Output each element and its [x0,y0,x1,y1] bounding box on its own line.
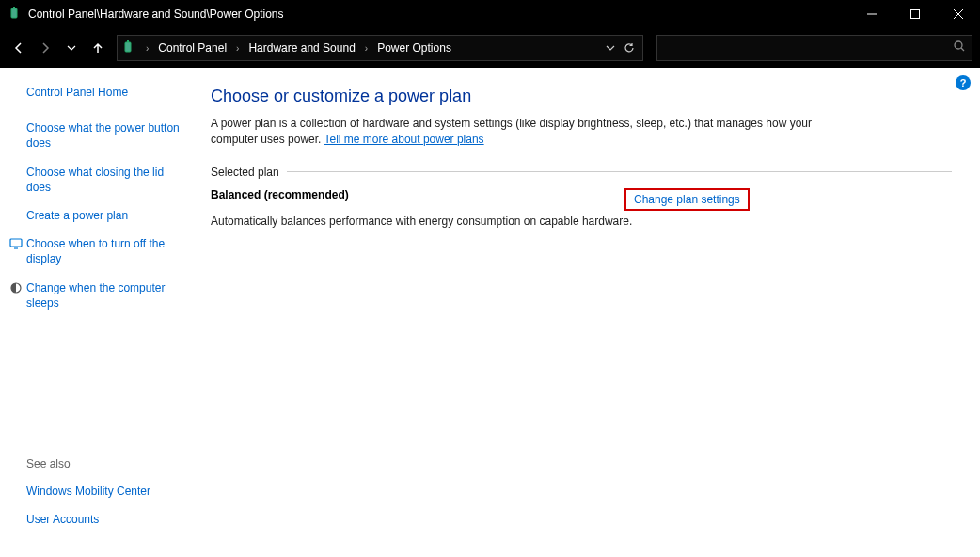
moon-icon [9,281,23,294]
svg-rect-10 [10,239,22,247]
close-button[interactable] [937,0,980,28]
svg-rect-6 [125,42,131,52]
app-icon [8,7,23,22]
see-also-user-accounts[interactable]: User Accounts [26,512,186,527]
plan-header-row: Balanced (recommended) Change plan setti… [211,188,952,211]
window-title: Control Panel\Hardware and Sound\Power O… [28,8,850,21]
monitor-icon [9,237,23,250]
breadcrumb-sep-root: › [146,43,149,54]
breadcrumb-sep: › [236,43,239,54]
sidebar-item-label: Choose when to turn off the display [26,237,165,265]
section-rule [287,171,952,172]
titlebar: Control Panel\Hardware and Sound\Power O… [0,0,980,28]
search-input[interactable] [665,41,945,55]
recent-locations-button[interactable] [60,37,83,59]
search-box[interactable] [656,35,972,61]
see-also-mobility-center[interactable]: Windows Mobility Center [26,484,186,499]
see-also-heading: See also [26,457,190,470]
forward-button[interactable] [34,37,56,59]
page-title: Choose or customize a power plan [211,87,952,106]
refresh-button[interactable] [620,39,639,57]
breadcrumb-item-power-options[interactable]: Power Options [373,40,455,56]
address-icon [121,40,136,56]
desc-text: A power plan is a collection of hardware… [211,117,812,146]
search-icon[interactable] [953,40,966,56]
breadcrumb-sep: › [365,43,368,54]
plan-description: Automatically balances performance with … [211,215,952,228]
help-icon[interactable]: ? [956,75,971,90]
svg-rect-7 [127,40,129,42]
minimize-button[interactable] [850,0,893,28]
sidebar-item-label: Change when the computer sleeps [26,281,165,310]
breadcrumb-item-hardware-sound[interactable]: Hardware and Sound [245,40,358,56]
sidebar-home-link[interactable]: Control Panel Home [26,85,186,100]
main-content: Choose or customize a power plan A power… [198,68,980,557]
section-label-text: Selected plan [211,166,279,179]
change-plan-settings-label: Change plan settings [634,193,740,206]
sidebar-link-create-plan[interactable]: Create a power plan [26,208,186,223]
svg-line-9 [961,48,964,51]
svg-rect-0 [11,8,17,18]
tell-me-more-link[interactable]: Tell me more about power plans [324,133,484,146]
page-description: A power plan is a collection of hardware… [211,116,813,149]
breadcrumb-item-control-panel[interactable]: Control Panel [154,40,230,56]
sidebar-link-computer-sleeps[interactable]: Change when the computer sleeps [26,280,186,310]
plan-block: Balanced (recommended) Change plan setti… [211,188,952,228]
plan-name: Balanced (recommended) [211,188,624,201]
navbar: › Control Panel › Hardware and Sound › P… [0,28,980,68]
sidebar: Control Panel Home Choose what the power… [0,68,198,557]
svg-point-8 [955,41,962,49]
selected-plan-section: Selected plan [211,166,952,179]
sidebar-link-closing-lid[interactable]: Choose what closing the lid does [26,165,186,195]
sidebar-link-turn-off-display[interactable]: Choose when to turn off the display [26,236,186,266]
back-button[interactable] [8,37,30,59]
sidebar-link-power-button[interactable]: Choose what the power button does [26,120,186,151]
svg-rect-1 [13,7,15,8]
breadcrumb: Control Panel › Hardware and Sound › Pow… [154,40,601,56]
maximize-button[interactable] [893,0,937,28]
body: ? Control Panel Home Choose what the pow… [0,68,980,557]
address-dropdown-button[interactable] [601,39,620,57]
address-bar[interactable]: › Control Panel › Hardware and Sound › P… [117,35,643,61]
svg-rect-3 [911,10,920,19]
change-plan-settings-link[interactable]: Change plan settings [624,188,750,211]
window-controls [850,0,980,28]
up-button[interactable] [87,37,109,59]
